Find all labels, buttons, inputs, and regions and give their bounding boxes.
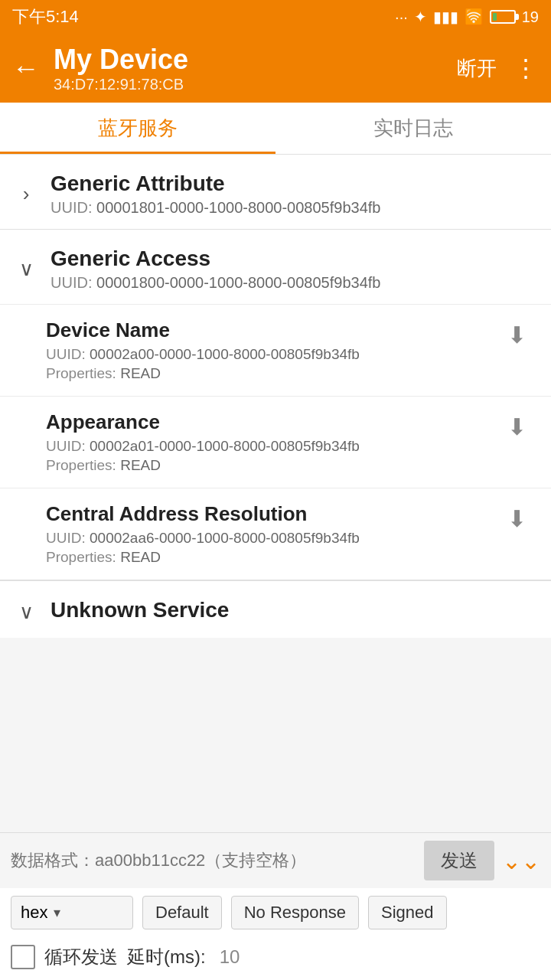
header-title-block: My Device 34:D7:12:91:78:CB — [54, 43, 457, 93]
device-title: My Device — [54, 43, 457, 76]
chevron-right-icon: › — [15, 182, 37, 206]
char-device-name-props: Properties: READ — [46, 365, 497, 382]
char-device-name-download[interactable]: ⬇ — [497, 318, 536, 348]
bottom-loop-row: 循环发送 延时(ms): 10 — [0, 937, 551, 980]
char-central-address: Central Address Resolution UUID: 00002aa… — [0, 488, 551, 580]
download-icon: ⬇ — [507, 413, 527, 440]
tab-log[interactable]: 实时日志 — [276, 103, 551, 154]
status-time: 下午5:14 — [12, 5, 79, 28]
content-area: › Generic Attribute UUID: 00001801-0000-… — [0, 155, 551, 837]
delay-value: 10 — [220, 946, 240, 968]
service-generic-access-name: Generic Access — [51, 247, 536, 271]
bluetooth-icon: ✦ — [414, 8, 427, 26]
status-bar: 下午5:14 ··· ✦ ▮▮▮ 🛜 19 — [0, 0, 551, 34]
expand-icon[interactable]: ⌄⌄ — [502, 848, 540, 874]
service-generic-attribute-uuid: UUID: 00001801-0000-1000-8000-00805f9b34… — [51, 199, 536, 217]
send-button[interactable]: 发送 — [424, 841, 494, 880]
write-type-noresponse-button[interactable]: No Response — [231, 896, 359, 929]
wifi-icon: 🛜 — [465, 8, 484, 26]
battery-level: 19 — [522, 8, 539, 26]
chevron-down-icon: ∨ — [15, 600, 37, 624]
char-appearance: Appearance UUID: 00002a01-0000-1000-8000… — [0, 396, 551, 488]
char-central-address-uuid: UUID: 00002aa6-0000-1000-8000-00805f9b34… — [46, 530, 497, 547]
delay-label: 延时(ms): — [127, 945, 206, 969]
char-appearance-props: Properties: READ — [46, 457, 497, 474]
char-appearance-uuid: UUID: 00002a01-0000-1000-8000-00805f9b34… — [46, 438, 497, 455]
data-input[interactable] — [11, 848, 416, 874]
service-generic-access-info: Generic Access UUID: 00001800-0000-1000-… — [51, 247, 536, 292]
bottom-input-row: 发送 ⌄⌄ — [0, 833, 551, 888]
back-button[interactable]: ← — [12, 52, 40, 84]
header-actions: 断开 ⋮ — [457, 54, 539, 83]
char-device-name-title: Device Name — [46, 318, 497, 342]
service-generic-attribute-name: Generic Attribute — [51, 172, 536, 196]
bottom-bar: 发送 ⌄⌄ hex ▾ Default No Response Signed 循… — [0, 832, 551, 980]
loop-checkbox[interactable] — [11, 945, 35, 969]
format-select[interactable]: hex ▾ — [11, 896, 133, 929]
char-appearance-download[interactable]: ⬇ — [497, 410, 536, 440]
download-icon: ⬇ — [507, 505, 527, 532]
service-generic-access-uuid: UUID: 00001800-0000-1000-8000-00805f9b34… — [51, 274, 536, 292]
battery-icon — [490, 10, 516, 24]
tabs: 蓝牙服务 实时日志 — [0, 103, 551, 155]
service-generic-attribute: › Generic Attribute UUID: 00001801-0000-… — [0, 155, 551, 230]
format-value: hex — [21, 903, 47, 923]
write-type-signed-button[interactable]: Signed — [368, 896, 447, 929]
more-button[interactable]: ⋮ — [514, 54, 539, 83]
chevron-down-icon: ▾ — [54, 904, 60, 921]
service-generic-access: ∨ Generic Access UUID: 00001800-0000-100… — [0, 230, 551, 580]
service-unknown-info: Unknown Service — [51, 598, 536, 626]
disconnect-button[interactable]: 断开 — [457, 55, 497, 82]
download-icon: ⬇ — [507, 322, 527, 348]
signal-icon: ▮▮▮ — [433, 8, 458, 26]
device-address: 34:D7:12:91:78:CB — [54, 76, 457, 93]
service-generic-attribute-header[interactable]: › Generic Attribute UUID: 00001801-0000-… — [0, 155, 551, 229]
loop-label: 循环发送 — [44, 945, 118, 969]
char-device-name: Device Name UUID: 00002a00-0000-1000-800… — [0, 304, 551, 396]
char-device-name-uuid: UUID: 00002a00-0000-1000-8000-00805f9b34… — [46, 346, 497, 363]
signal-dots-icon: ··· — [395, 8, 408, 26]
service-unknown-name: Unknown Service — [51, 598, 536, 622]
service-generic-attribute-info: Generic Attribute UUID: 00001801-0000-10… — [51, 172, 536, 217]
char-central-address-props: Properties: READ — [46, 549, 497, 566]
write-type-default-button[interactable]: Default — [142, 896, 222, 929]
char-central-address-title: Central Address Resolution — [46, 502, 497, 526]
header: ← My Device 34:D7:12:91:78:CB 断开 ⋮ — [0, 34, 551, 103]
bottom-controls-row: hex ▾ Default No Response Signed — [0, 888, 551, 937]
char-central-address-download[interactable]: ⬇ — [497, 502, 536, 532]
char-central-address-info: Central Address Resolution UUID: 00002aa… — [46, 502, 497, 566]
char-appearance-title: Appearance — [46, 410, 497, 434]
tab-bluetooth[interactable]: 蓝牙服务 — [0, 103, 276, 154]
char-device-name-info: Device Name UUID: 00002a00-0000-1000-800… — [46, 318, 497, 382]
service-generic-access-header[interactable]: ∨ Generic Access UUID: 00001800-0000-100… — [0, 230, 551, 304]
service-unknown: ∨ Unknown Service — [0, 580, 551, 638]
chevron-down-icon: ∨ — [15, 257, 37, 281]
service-unknown-header[interactable]: ∨ Unknown Service — [0, 581, 551, 638]
char-appearance-info: Appearance UUID: 00002a01-0000-1000-8000… — [46, 410, 497, 474]
status-icons: ··· ✦ ▮▮▮ 🛜 19 — [395, 8, 539, 26]
